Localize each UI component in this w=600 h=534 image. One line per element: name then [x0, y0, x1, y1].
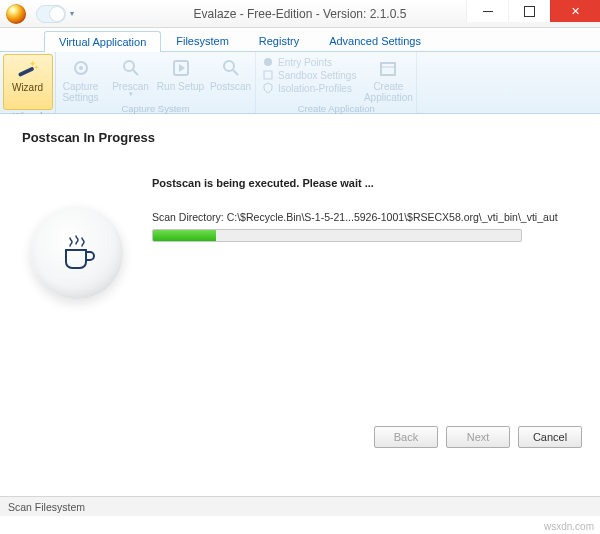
progress-fill: [153, 230, 216, 241]
search-icon: [219, 56, 243, 80]
back-button[interactable]: Back: [374, 426, 438, 448]
ribbon: Wizard Wizard Capture Settings Prescan ▾…: [0, 52, 600, 114]
quick-access-toolbar: ▾: [36, 5, 74, 23]
entry-points-button[interactable]: Entry Points: [262, 56, 356, 68]
ribbon-tabs: Virtual Application Filesystem Registry …: [0, 28, 600, 52]
tab-advanced-settings[interactable]: Advanced Settings: [314, 30, 436, 51]
main-panel: Postscan In Progress Postscan is being e…: [0, 114, 600, 494]
svg-point-3: [124, 61, 134, 71]
page-heading: Postscan In Progress: [22, 130, 578, 145]
isolation-profiles-button[interactable]: Isolation-Profiles: [262, 82, 356, 94]
svg-point-7: [224, 61, 234, 71]
titlebar: ▾ Evalaze - Free-Edition - Version: 2.1.…: [0, 0, 600, 28]
chevron-down-icon: ▾: [129, 92, 133, 96]
svg-line-4: [133, 70, 138, 75]
svg-point-9: [264, 58, 272, 66]
svg-line-8: [233, 70, 238, 75]
create-application-button[interactable]: Create Application: [364, 54, 412, 103]
progress-bar: [152, 229, 522, 242]
svg-rect-11: [381, 63, 395, 75]
wand-icon: [16, 57, 40, 81]
postscan-button[interactable]: Postscan: [207, 54, 255, 103]
svg-rect-10: [264, 71, 272, 79]
wizard-label: Wizard: [12, 82, 43, 93]
sandbox-settings-button[interactable]: Sandbox Settings: [262, 69, 356, 81]
minimize-button[interactable]: [466, 0, 508, 22]
cancel-button[interactable]: Cancel: [518, 426, 582, 448]
shield-icon: [262, 82, 274, 94]
next-button[interactable]: Next: [446, 426, 510, 448]
prescan-button[interactable]: Prescan ▾: [107, 54, 155, 103]
status-bar: Scan Filesystem: [0, 496, 600, 516]
tab-filesystem[interactable]: Filesystem: [161, 30, 244, 51]
coffee-cup-icon: [54, 230, 100, 276]
watermark: wsxdn.com: [544, 521, 594, 532]
run-icon: [169, 56, 193, 80]
box-icon: [262, 69, 274, 81]
search-icon: [119, 56, 143, 80]
wizard-button[interactable]: Wizard: [3, 54, 53, 110]
dot-icon: [262, 56, 274, 68]
status-text: Scan Filesystem: [8, 501, 85, 513]
svg-marker-6: [179, 64, 185, 72]
scan-directory-path: C:\$Recycle.Bin\S-1-5-21...5926-1001\$RS…: [227, 211, 558, 223]
status-text: Postscan is being executed. Please wait …: [152, 177, 578, 189]
close-button[interactable]: [550, 0, 600, 22]
scan-directory-line: Scan Directory: C:\$Recycle.Bin\S-1-5-21…: [152, 211, 578, 223]
run-setup-button[interactable]: Run Setup: [157, 54, 205, 103]
svg-point-2: [79, 66, 83, 70]
qat-dropdown-icon[interactable]: ▾: [70, 9, 74, 18]
qat-toggle[interactable]: [36, 5, 66, 23]
app-menu-orb[interactable]: [6, 4, 26, 24]
tab-registry[interactable]: Registry: [244, 30, 314, 51]
svg-rect-0: [17, 67, 34, 77]
tab-virtual-application[interactable]: Virtual Application: [44, 31, 161, 52]
scan-directory-label: Scan Directory:: [152, 211, 227, 223]
capture-settings-button[interactable]: Capture Settings: [57, 54, 105, 103]
maximize-button[interactable]: [508, 0, 550, 22]
package-icon: [376, 56, 400, 80]
progress-illustration: [22, 173, 132, 299]
settings-icon: [69, 56, 93, 80]
